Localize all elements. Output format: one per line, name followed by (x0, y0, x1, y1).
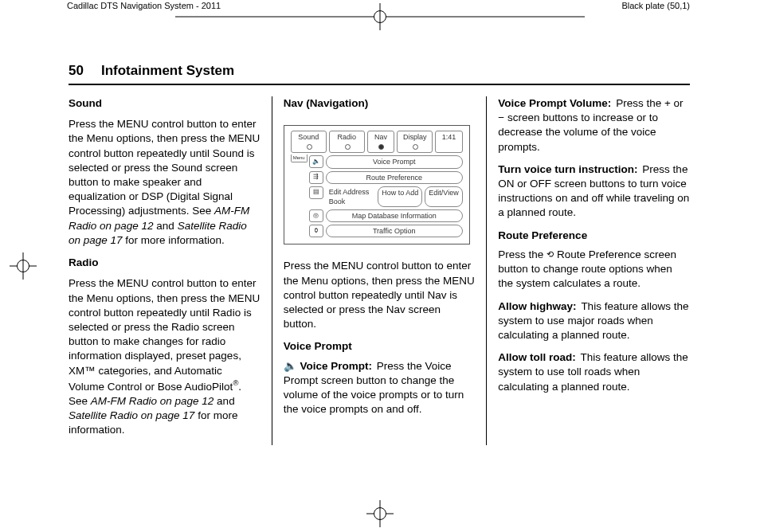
running-header-left: Cadillac DTS Navigation System - 2011 (67, 0, 221, 12)
paragraph-radio: Press the MENU control button to enter t… (69, 276, 261, 437)
heading-nav: Nav (Navigation) (284, 96, 476, 111)
page-title: Infotainment System (101, 63, 234, 78)
route-icon: ⇶ (309, 171, 323, 184)
label: Voice Prompt Volume: (498, 97, 611, 109)
label: Voice Prompt: (300, 360, 372, 372)
column-3: Voice Prompt Volume: Press the + or − sc… (487, 96, 690, 445)
radio-indicator-icon (345, 144, 351, 150)
nav-row-route-pref: ⇶ Route Preference (309, 171, 463, 184)
paragraph-route-preference: Press the ⟲ Route Preference screen butt… (498, 248, 690, 291)
speaker-icon: 🔈 (309, 155, 323, 168)
page-number: 50 (69, 62, 84, 80)
nav-btn-map-db: Map Database Information (326, 209, 463, 222)
paragraph-voice-prompt-volume: Voice Prompt Volume: Press the + or − sc… (498, 96, 690, 155)
nav-btn-route-pref: Route Preference (326, 171, 463, 184)
text: for more information. (123, 234, 225, 246)
label: Sound (298, 133, 319, 141)
traffic-icon: ⧮ (309, 225, 323, 237)
heading-radio: Radio (69, 256, 261, 270)
running-header-right: Black plate (50,1) (621, 0, 690, 12)
text: Press the MENU control button to enter t… (69, 118, 260, 217)
crop-mark-bottom (366, 500, 394, 527)
address-book-icon: ▤ (309, 186, 323, 199)
nav-screen-figure: Sound Radio Nav Display 1:41 Menu 🔈 Voic… (284, 125, 470, 244)
paragraph-turn-voice-instruction: Turn voice turn instruction: Press the O… (498, 162, 690, 221)
crop-mark-left (10, 252, 37, 280)
column-1: Sound Press the MENU control button to e… (69, 96, 272, 445)
radio-indicator-icon (378, 144, 384, 150)
nav-label-edit-address-book: Edit Address Book (326, 186, 376, 207)
ref-amfm: AM-FM Radio on page 12 (91, 395, 214, 407)
disc-icon: ◎ (309, 209, 323, 222)
radio-indicator-icon (307, 144, 312, 150)
heading-sound: Sound (69, 96, 261, 111)
speaker-icon: 🔈 (284, 360, 297, 372)
nav-row-address-book: ▤ Edit Address Book How to Add Edit/View (309, 186, 463, 207)
heading-route-preference: Route Preference (498, 229, 690, 243)
nav-btn-edit-view: Edit/View (425, 186, 462, 207)
label: Display (403, 133, 427, 141)
label: Allow toll road: (498, 351, 576, 363)
paragraph-nav: Press the MENU control button to enter t… (284, 259, 476, 331)
route-preference-icon: ⟲ (546, 250, 554, 259)
text: and (154, 220, 178, 232)
paragraph-allow-toll-road: Allow toll road: This feature allows the… (498, 350, 690, 394)
crop-mark-top (366, 3, 394, 30)
ref-satellite: Satellite Radio on page 17 (69, 409, 194, 421)
paragraph-sound: Press the MENU control button to enter t… (69, 117, 261, 248)
column-2: Nav (Navigation) Sound Radio Nav Display… (272, 96, 488, 445)
heading-voice-prompt: Voice Prompt (284, 339, 476, 354)
nav-tab-sound: Sound (291, 131, 327, 153)
nav-row-map-db: ◎ Map Database Information (309, 209, 463, 222)
nav-row-traffic: ⧮ Traffic Option (309, 225, 463, 237)
nav-btn-traffic: Traffic Option (326, 225, 463, 237)
nav-btn-voice-prompt: Voice Prompt (326, 155, 463, 168)
paragraph-allow-highway: Allow highway: This feature allows the s… (498, 299, 690, 343)
paragraph-voice-prompt: 🔈 Voice Prompt: Press the Voice Prompt s… (284, 359, 476, 417)
radio-indicator-icon (413, 144, 418, 150)
label: Radio (337, 133, 356, 141)
label: Allow highway: (498, 300, 576, 312)
nav-fig-menu-label: Menu (291, 155, 308, 162)
nav-row-voice-prompt: 🔈 Voice Prompt (309, 155, 463, 168)
text: Press the (498, 248, 546, 260)
nav-tab-radio: Radio (329, 131, 365, 153)
nav-tab-nav: Nav (367, 131, 395, 153)
nav-tab-time: 1:41 (435, 131, 463, 153)
nav-tab-display: Display (397, 131, 433, 153)
text: Press the MENU control button to enter t… (69, 277, 260, 392)
label: Nav (374, 133, 387, 141)
nav-fig-tabs: Sound Radio Nav Display 1:41 (291, 131, 463, 153)
text: and (214, 395, 234, 407)
page-header: 50Infotainment System (69, 62, 690, 85)
nav-btn-how-to-add: How to Add (378, 186, 422, 207)
label: Turn voice turn instruction: (498, 163, 637, 175)
